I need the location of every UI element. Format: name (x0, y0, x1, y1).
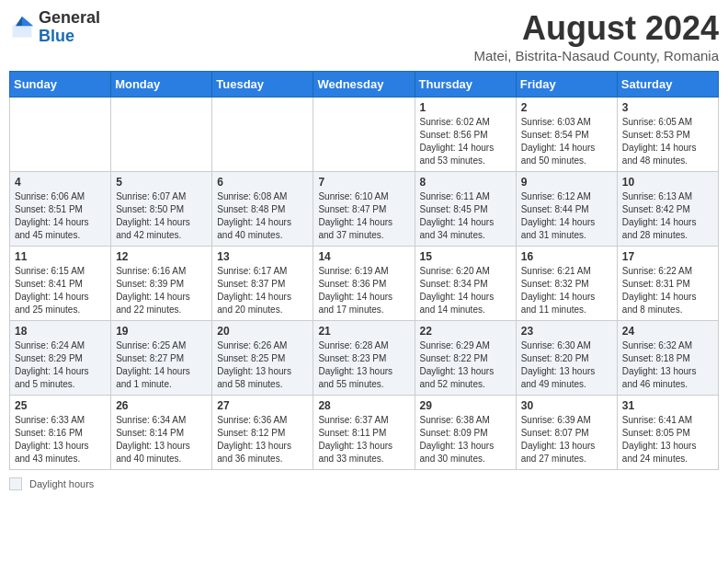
calendar-cell: 27Sunrise: 6:36 AM Sunset: 8:12 PM Dayli… (212, 396, 313, 470)
day-info: Sunrise: 6:28 AM Sunset: 8:23 PM Dayligh… (318, 339, 409, 391)
calendar-cell: 6Sunrise: 6:08 AM Sunset: 8:48 PM Daylig… (212, 172, 313, 247)
day-number: 14 (318, 250, 409, 263)
day-info: Sunrise: 6:26 AM Sunset: 8:25 PM Dayligh… (217, 339, 308, 391)
calendar-cell: 3Sunrise: 6:05 AM Sunset: 8:53 PM Daylig… (617, 98, 718, 172)
calendar-cell: 23Sunrise: 6:30 AM Sunset: 8:20 PM Dayli… (516, 321, 617, 396)
day-number: 21 (318, 325, 409, 338)
svg-marker-1 (22, 17, 33, 27)
title-block: August 2024 Matei, Bistrita-Nasaud Count… (474, 9, 720, 63)
footer: Daylight hours (9, 477, 719, 490)
calendar-cell: 12Sunrise: 6:16 AM Sunset: 8:39 PM Dayli… (111, 247, 212, 321)
day-info: Sunrise: 6:03 AM Sunset: 8:54 PM Dayligh… (521, 116, 612, 167)
logo-icon (9, 15, 35, 40)
day-info: Sunrise: 6:20 AM Sunset: 8:34 PM Dayligh… (420, 265, 511, 316)
legend-label: Daylight hours (29, 478, 94, 489)
calendar-cell: 29Sunrise: 6:38 AM Sunset: 8:09 PM Dayli… (415, 396, 516, 470)
calendar-week-5: 25Sunrise: 6:33 AM Sunset: 8:16 PM Dayli… (10, 396, 719, 470)
calendar-cell: 5Sunrise: 6:07 AM Sunset: 8:50 PM Daylig… (111, 172, 212, 247)
calendar-header-row: SundayMondayTuesdayWednesdayThursdayFrid… (10, 72, 719, 98)
day-number: 24 (622, 325, 713, 338)
day-number: 18 (15, 325, 106, 338)
column-header-monday: Monday (111, 72, 212, 98)
day-number: 13 (217, 250, 308, 263)
day-info: Sunrise: 6:08 AM Sunset: 8:48 PM Dayligh… (217, 190, 308, 242)
day-info: Sunrise: 6:34 AM Sunset: 8:14 PM Dayligh… (116, 414, 207, 465)
column-header-saturday: Saturday (617, 72, 718, 98)
calendar-table: SundayMondayTuesdayWednesdayThursdayFrid… (9, 71, 719, 470)
day-number: 19 (116, 325, 207, 338)
calendar-cell: 14Sunrise: 6:19 AM Sunset: 8:36 PM Dayli… (313, 247, 415, 321)
calendar-cell: 11Sunrise: 6:15 AM Sunset: 8:41 PM Dayli… (10, 247, 111, 321)
calendar-cell: 24Sunrise: 6:32 AM Sunset: 8:18 PM Dayli… (617, 321, 718, 396)
calendar-cell: 8Sunrise: 6:11 AM Sunset: 8:45 PM Daylig… (415, 172, 516, 247)
logo-blue-text: Blue (39, 27, 74, 45)
day-number: 5 (116, 176, 207, 189)
day-number: 7 (318, 176, 409, 189)
calendar-week-4: 18Sunrise: 6:24 AM Sunset: 8:29 PM Dayli… (10, 321, 719, 396)
day-number: 11 (15, 250, 106, 263)
day-info: Sunrise: 6:12 AM Sunset: 8:44 PM Dayligh… (521, 190, 612, 242)
calendar-cell: 22Sunrise: 6:29 AM Sunset: 8:22 PM Dayli… (415, 321, 516, 396)
calendar-cell: 19Sunrise: 6:25 AM Sunset: 8:27 PM Dayli… (111, 321, 212, 396)
calendar-cell: 26Sunrise: 6:34 AM Sunset: 8:14 PM Dayli… (111, 396, 212, 470)
day-number: 20 (217, 325, 308, 338)
calendar-cell: 13Sunrise: 6:17 AM Sunset: 8:37 PM Dayli… (212, 247, 313, 321)
logo-general-text: General (39, 8, 100, 27)
calendar-week-3: 11Sunrise: 6:15 AM Sunset: 8:41 PM Dayli… (10, 247, 719, 321)
day-number: 10 (622, 176, 713, 189)
day-info: Sunrise: 6:29 AM Sunset: 8:22 PM Dayligh… (420, 339, 511, 391)
day-number: 8 (420, 176, 511, 189)
day-info: Sunrise: 6:05 AM Sunset: 8:53 PM Dayligh… (622, 116, 713, 167)
calendar-cell (212, 98, 313, 172)
calendar-cell: 2Sunrise: 6:03 AM Sunset: 8:54 PM Daylig… (516, 98, 617, 172)
day-number: 28 (318, 399, 409, 412)
day-number: 29 (420, 399, 511, 412)
day-number: 2 (521, 101, 612, 114)
day-info: Sunrise: 6:16 AM Sunset: 8:39 PM Dayligh… (116, 265, 207, 316)
calendar-cell (313, 98, 415, 172)
calendar-body: 1Sunrise: 6:02 AM Sunset: 8:56 PM Daylig… (10, 98, 719, 470)
day-info: Sunrise: 6:30 AM Sunset: 8:20 PM Dayligh… (521, 339, 612, 391)
day-number: 1 (420, 101, 511, 114)
column-header-friday: Friday (516, 72, 617, 98)
day-info: Sunrise: 6:32 AM Sunset: 8:18 PM Dayligh… (622, 339, 713, 391)
day-info: Sunrise: 6:39 AM Sunset: 8:07 PM Dayligh… (521, 414, 612, 465)
calendar-cell (10, 98, 111, 172)
day-info: Sunrise: 6:06 AM Sunset: 8:51 PM Dayligh… (15, 190, 106, 242)
calendar-cell: 15Sunrise: 6:20 AM Sunset: 8:34 PM Dayli… (415, 247, 516, 321)
day-info: Sunrise: 6:38 AM Sunset: 8:09 PM Dayligh… (420, 414, 511, 465)
day-number: 23 (521, 325, 612, 338)
day-info: Sunrise: 6:17 AM Sunset: 8:37 PM Dayligh… (217, 265, 308, 316)
calendar-cell: 1Sunrise: 6:02 AM Sunset: 8:56 PM Daylig… (415, 98, 516, 172)
day-info: Sunrise: 6:33 AM Sunset: 8:16 PM Dayligh… (15, 414, 106, 465)
day-info: Sunrise: 6:37 AM Sunset: 8:11 PM Dayligh… (318, 414, 409, 465)
legend-box (9, 477, 22, 490)
day-info: Sunrise: 6:11 AM Sunset: 8:45 PM Dayligh… (420, 190, 511, 242)
day-number: 27 (217, 399, 308, 412)
day-info: Sunrise: 6:41 AM Sunset: 8:05 PM Dayligh… (622, 414, 713, 465)
day-info: Sunrise: 6:36 AM Sunset: 8:12 PM Dayligh… (217, 414, 308, 465)
page-header: General Blue August 2024 Matei, Bistrita… (9, 9, 719, 63)
day-info: Sunrise: 6:07 AM Sunset: 8:50 PM Dayligh… (116, 190, 207, 242)
day-number: 3 (622, 101, 713, 114)
calendar-cell: 9Sunrise: 6:12 AM Sunset: 8:44 PM Daylig… (516, 172, 617, 247)
day-info: Sunrise: 6:13 AM Sunset: 8:42 PM Dayligh… (622, 190, 713, 242)
column-header-wednesday: Wednesday (313, 72, 415, 98)
column-header-tuesday: Tuesday (212, 72, 313, 98)
day-info: Sunrise: 6:19 AM Sunset: 8:36 PM Dayligh… (318, 265, 409, 316)
day-number: 31 (622, 399, 713, 412)
day-info: Sunrise: 6:25 AM Sunset: 8:27 PM Dayligh… (116, 339, 207, 391)
day-info: Sunrise: 6:10 AM Sunset: 8:47 PM Dayligh… (318, 190, 409, 242)
calendar-cell: 16Sunrise: 6:21 AM Sunset: 8:32 PM Dayli… (516, 247, 617, 321)
column-header-thursday: Thursday (415, 72, 516, 98)
calendar-cell: 31Sunrise: 6:41 AM Sunset: 8:05 PM Dayli… (617, 396, 718, 470)
calendar-cell: 30Sunrise: 6:39 AM Sunset: 8:07 PM Dayli… (516, 396, 617, 470)
day-number: 17 (622, 250, 713, 263)
calendar-week-1: 1Sunrise: 6:02 AM Sunset: 8:56 PM Daylig… (10, 98, 719, 172)
day-info: Sunrise: 6:15 AM Sunset: 8:41 PM Dayligh… (15, 265, 106, 316)
day-info: Sunrise: 6:22 AM Sunset: 8:31 PM Dayligh… (622, 265, 713, 316)
calendar-cell: 20Sunrise: 6:26 AM Sunset: 8:25 PM Dayli… (212, 321, 313, 396)
calendar-cell: 18Sunrise: 6:24 AM Sunset: 8:29 PM Dayli… (10, 321, 111, 396)
calendar-cell (111, 98, 212, 172)
day-number: 25 (15, 399, 106, 412)
